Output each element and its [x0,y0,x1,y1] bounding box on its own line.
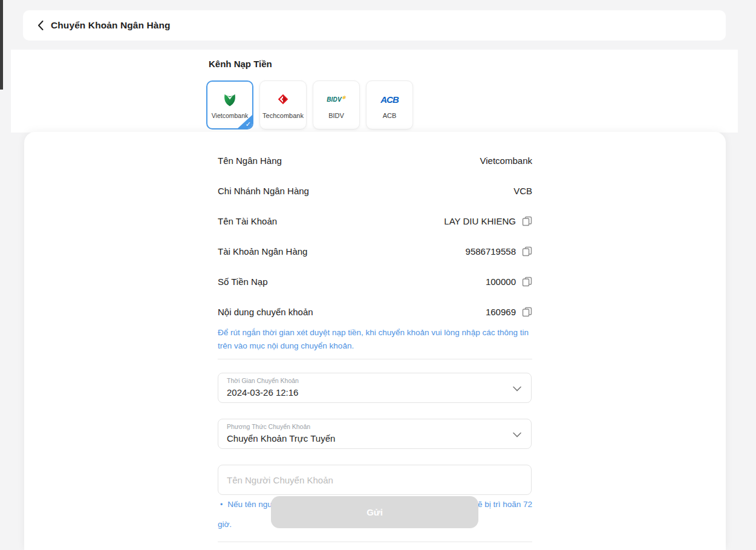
bank-tile-techcombank[interactable]: Techcombank [259,80,307,129]
copy-icon [522,246,532,257]
copy-button[interactable] [522,307,532,317]
deposit-channel-section: Kênh Nạp Tiền Vietcombank ✓ [11,50,738,133]
bullet-icon: • [220,500,223,509]
detail-row-bank-name: Tên Ngân Hàng Vietcombank [218,145,532,175]
check-icon: ✓ [246,120,251,128]
transfer-detail-card: Tên Ngân Hàng Vietcombank Chi Nhánh Ngân… [24,132,726,550]
detail-row-account-name: Tên Tài Khoản LAY DIU KHIENG [218,206,532,236]
transfer-time-label: Thời Gian Chuyển Khoản [227,377,299,384]
detail-row-account-number: Tài Khoản Ngân Hàng 9586719558 [218,236,532,266]
transfer-method-label: Phương Thức Chuyển Khoản [227,423,310,430]
transfer-method-select[interactable]: Phương Thức Chuyển Khoản Chuyển Khoản Tr… [218,419,532,449]
bidv-logo-icon: BIDV❋ [327,91,346,108]
detail-row-branch: Chi Nhánh Ngân Hàng VCB [218,175,532,206]
chevron-down-icon [513,432,521,437]
divider [218,359,532,359]
bank-tile-label: BIDV [328,112,344,119]
submit-button[interactable]: Gửi [271,496,478,528]
vietcombank-logo-icon [221,91,238,108]
deposit-channel-label: Kênh Nạp Tiền [209,59,272,69]
bank-tile-label: Techcombank [262,112,304,119]
copy-icon [522,216,532,226]
bank-tile-bidv[interactable]: BIDV❋ BIDV [313,80,360,129]
back-button[interactable] [34,19,47,32]
copy-button[interactable] [522,246,532,257]
bank-tile-vietcombank[interactable]: Vietcombank ✓ [206,80,253,129]
detail-row-amount: Số Tiền Nạp 100000 [218,266,532,296]
transfer-note: Để rút ngắn thời gian xét duyệt nạp tiền… [218,326,532,352]
detail-row-transfer-content: Nội dung chuyển khoản 160969 [218,296,532,327]
sender-name-input[interactable] [218,465,532,495]
copy-icon [522,307,532,317]
page-title: Chuyển Khoản Ngân Hàng [51,20,171,31]
copy-icon [522,277,532,287]
bank-tile-label: Vietcombank [212,112,249,119]
bank-detail-rows: Tên Ngân Hàng Vietcombank Chi Nhánh Ngân… [218,145,532,327]
transfer-method-value: Chuyển Khoản Trực Tuyến [227,433,335,444]
chevron-down-icon [513,386,521,391]
bank-tiles: Vietcombank ✓ Techcombank BIDV❋ BIDV ACB [206,80,413,129]
bank-tile-label: ACB [383,112,397,119]
acb-logo-icon: ACB [380,91,399,108]
copy-button[interactable] [522,277,532,287]
page-header: Chuyển Khoản Ngân Hàng [23,10,726,41]
chevron-left-icon [37,21,44,30]
screen-edge-strip [0,0,3,90]
techcombank-logo-icon [276,91,290,108]
transfer-time-select[interactable]: Thời Gian Chuyển Khoản 2024-03-26 12:16 [218,373,532,403]
bank-tile-acb[interactable]: ACB ACB [366,80,413,129]
copy-button[interactable] [522,216,532,226]
transfer-time-value: 2024-03-26 12:16 [227,387,298,398]
divider [218,542,532,542]
